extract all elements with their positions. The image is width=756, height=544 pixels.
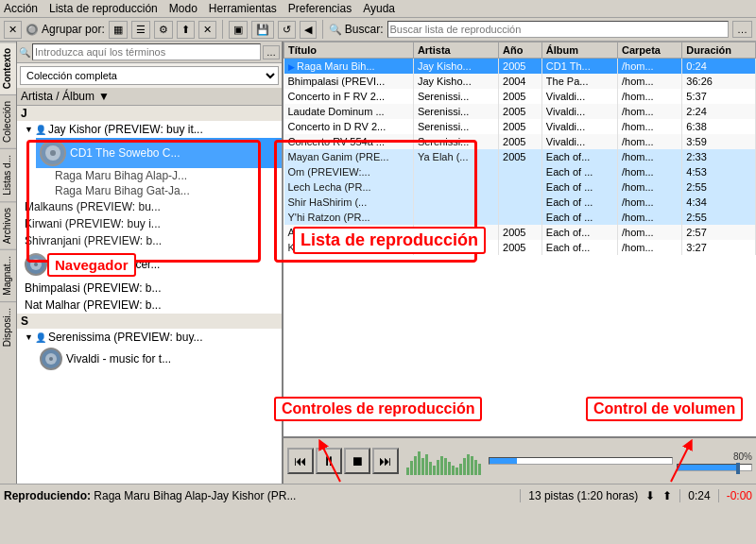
track-nat-malhar[interactable]: Nat Malhar (PREVIEW: b... [17, 297, 282, 314]
track-kirwani[interactable]: Kirwani (PREVIEW: buy i... [17, 215, 282, 232]
right-panel: Título Artista Año Álbum Carpeta Duració… [284, 42, 756, 484]
prev-button[interactable]: ⏮ [287, 448, 314, 474]
sort-label: Artista / Álbum [21, 90, 94, 103]
tab-archivos[interactable]: Archivos [0, 201, 16, 249]
menu-ayuda[interactable]: Ayuda [363, 2, 395, 15]
track-raga-gat[interactable]: Raga Maru Bihag Gat-Ja... [51, 183, 282, 198]
sort-arrow: ▼ [98, 90, 110, 103]
tree-artist-jay[interactable]: ▼ 👤 Jay Kishor (PREVIEW: buy it... CD1 T [21, 121, 282, 198]
track-shivranjani[interactable]: Shivranjani (PREVIEW: b... [17, 232, 282, 249]
volume-handle[interactable] [736, 463, 740, 474]
track-raga-alap[interactable]: Raga Maru Bihag Alap-J... [51, 168, 282, 183]
progress-fill [490, 458, 517, 464]
tab-coleccion[interactable]: Colección [0, 94, 16, 148]
album-vivaldi[interactable]: Vivaldi - music for t... [21, 346, 282, 372]
artist-jay-row[interactable]: ▼ 👤 Jay Kishor (PREVIEW: buy it... [21, 121, 282, 138]
person-icon-jay: 👤 [35, 125, 46, 135]
main-toolbar: ✕ 🔘 Agrupar por: ▦ ☰ ⚙ ⬆ ✕ ▣ 💾 ↺ ◀ 🔍 Bus… [0, 18, 756, 42]
eq-bar [478, 464, 481, 475]
table-row[interactable]: Bhimpalasi (PREVI...Jay Kisho...2004The … [284, 74, 756, 89]
album-icon-vivaldi [40, 348, 62, 370]
grid-view-btn[interactable]: ▦ [109, 21, 128, 39]
expand-icon[interactable]: ⬆ [662, 489, 672, 502]
status-bar: Reproduciendo: Raga Maru Bihag Alap-Jay … [0, 484, 756, 506]
close-button[interactable]: ✕ [4, 21, 22, 39]
tools-btn[interactable]: ✕ [198, 21, 216, 39]
status-label: Reproduciendo: [4, 489, 94, 502]
menu-herramientas[interactable]: Herramientas [209, 2, 277, 15]
status-time: 0:24 [679, 489, 710, 502]
menu-modo[interactable]: Modo [169, 2, 198, 15]
table-row[interactable]: Concerto RV 554a ...Serenissi...2005Viva… [284, 134, 756, 149]
download-icon[interactable]: ⬇ [645, 489, 655, 502]
col-titulo[interactable]: Título [284, 42, 414, 59]
eq-bar [444, 458, 447, 475]
table-row[interactable]: Shir HaShirim (...Each of .../hom...4:34 [284, 195, 756, 210]
tab-listas[interactable]: Listas d... [0, 148, 16, 201]
side-tab-panel: Contexto Colección Listas d... Archivos … [0, 42, 17, 484]
tree-artist-sere: ▼ 👤 Serenissima (PREVIEW: buy... Vivaldi… [21, 329, 282, 372]
tab-contexto[interactable]: Contexto [0, 42, 16, 94]
artist-sere-label: Serenissima (PREVIEW: buy... [48, 331, 203, 344]
equalizer [406, 447, 481, 475]
menu-preferencias[interactable]: Preferencias [288, 2, 352, 15]
table-row[interactable]: Om (PREVIEW:...Each of .../hom...4:53 [284, 164, 756, 179]
col-artista[interactable]: Artista [413, 42, 498, 59]
track-table-container[interactable]: Título Artista Año Álbum Carpeta Duració… [284, 42, 756, 436]
window-btn[interactable]: ▣ [229, 21, 248, 39]
stop-button[interactable]: ⏹ [344, 448, 370, 474]
group-by-label: 🔘 Agrupar por: [26, 23, 105, 36]
eq-bar [418, 451, 421, 475]
sort-btn[interactable]: ⬆ [177, 21, 195, 39]
tree-letter-s: S [17, 314, 282, 329]
next-button[interactable]: ⏭ [372, 448, 399, 474]
menu-accion[interactable]: Acción [4, 2, 38, 15]
eq-bar [429, 462, 432, 475]
tab-magnat[interactable]: Magnat... [0, 249, 16, 301]
progress-area [489, 457, 673, 465]
track-malkauns[interactable]: Malkauns (PREVIEW: bu... [17, 198, 282, 215]
table-row[interactable]: Y'hi Ratzon (PR...Each of .../hom...2:55 [284, 210, 756, 225]
eq-bar [410, 461, 413, 475]
table-row[interactable]: Kol HaN'shama:La ...Ya Elah (...2005Each… [284, 240, 756, 255]
refresh-btn[interactable]: ↺ [278, 21, 296, 39]
browser-search-more[interactable]: … [263, 45, 280, 60]
table-row[interactable]: Lech Lecha (PR...Each of .../hom...2:55 [284, 179, 756, 195]
settings-btn[interactable]: ⚙ [154, 21, 173, 39]
eq-bar [421, 458, 424, 475]
artist-sere-row[interactable]: ▼ 👤 Serenissima (PREVIEW: buy... [21, 329, 282, 346]
eq-bar [467, 454, 470, 475]
collection-select[interactable]: Colección completa [20, 66, 279, 85]
search-input[interactable] [387, 21, 729, 38]
eq-bar [425, 454, 428, 475]
volume-track[interactable] [677, 464, 752, 471]
menu-lista[interactable]: Lista de reproducción [49, 2, 158, 15]
sort-header[interactable]: Artista / Álbum ▼ [17, 88, 282, 106]
col-duracion[interactable]: Duración [682, 42, 756, 59]
col-album[interactable]: Álbum [541, 42, 617, 59]
table-row[interactable]: Mayan Ganim (PRE...Ya Elah (...2005Each … [284, 149, 756, 164]
browser-search-input[interactable] [32, 43, 261, 60]
progress-track[interactable] [489, 457, 673, 465]
table-row[interactable]: Laudate Dominum ...Serenissi...2005Vival… [284, 104, 756, 119]
table-row[interactable]: Concerto in F RV 2...Serenissi...2005Viv… [284, 89, 756, 104]
tab-disposi[interactable]: Disposi... [0, 301, 16, 352]
album-payans[interactable]: The Payans Concer... [17, 249, 282, 280]
back-btn[interactable]: ◀ [300, 21, 317, 39]
tree-letter-j: J [17, 106, 282, 121]
table-row[interactable]: Concerto in D RV 2...Serenissi...2005Viv… [284, 119, 756, 134]
eq-bar [406, 468, 409, 475]
track-table: Título Artista Año Álbum Carpeta Duració… [284, 42, 756, 255]
save-btn[interactable]: 💾 [251, 21, 274, 39]
table-row[interactable]: ▶ Raga Maru Bih...Jay Kisho...2005CD1 Th… [284, 59, 756, 75]
pause-button[interactable]: ⏸ [316, 448, 342, 474]
search-more-btn[interactable]: … [732, 21, 752, 38]
list-view-btn[interactable]: ☰ [131, 21, 150, 39]
eq-bar [474, 460, 477, 475]
disc-svg-2 [28, 257, 43, 272]
table-row[interactable]: Ananim (PREVIEW:...Ya Elah (...2005Each … [284, 225, 756, 240]
col-ano[interactable]: Año [499, 42, 542, 59]
track-bhimpalasi[interactable]: Bhimpalasi (PREVIEW: b... [17, 280, 282, 297]
col-carpeta[interactable]: Carpeta [617, 42, 681, 59]
album-cd1[interactable]: CD1 The Sowebo C... [36, 138, 282, 168]
